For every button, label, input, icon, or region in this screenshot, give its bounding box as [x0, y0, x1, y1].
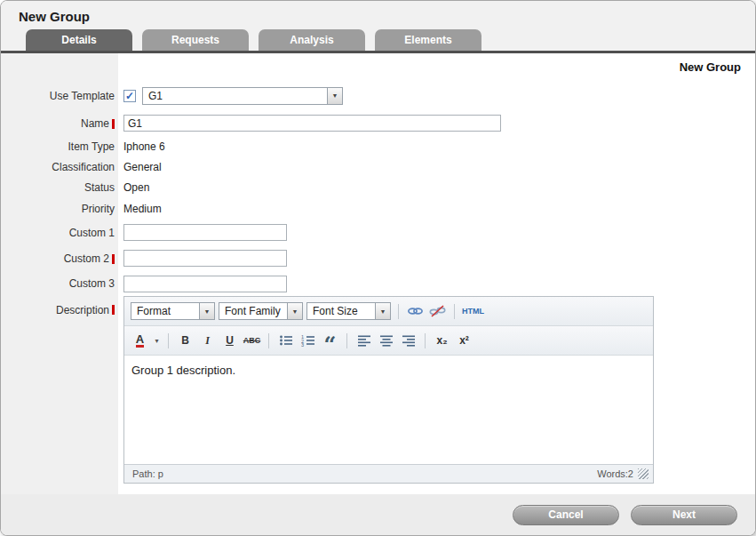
- editor-toolbar-row2: A ▾ B I U ABC: [124, 326, 653, 356]
- font-color-icon: A: [136, 333, 144, 348]
- toolbar-separator: [454, 304, 455, 319]
- new-group-window: New Group Details Requests Analysis Elem…: [0, 0, 756, 536]
- use-template-label: Use Template: [50, 90, 115, 102]
- name-label: Name: [81, 117, 109, 130]
- custom1-label: Custom 1: [69, 227, 115, 239]
- tab-bar: Details Requests Analysis Elements: [1, 29, 755, 53]
- use-template-checkbox[interactable]: ✓: [123, 90, 136, 102]
- dropdown-arrow-icon: ▼: [287, 303, 302, 319]
- format-select-value: Format: [131, 303, 199, 319]
- priority-label: Priority: [82, 203, 115, 215]
- custom3-label: Custom 3: [69, 277, 115, 290]
- tab-requests[interactable]: Requests: [142, 29, 249, 51]
- align-left-icon: [357, 334, 371, 347]
- priority-value: Medium: [123, 203, 162, 215]
- custom1-input[interactable]: [123, 224, 287, 241]
- font-family-select-value: Font Family: [219, 303, 287, 319]
- form-row-item-type: Item Type Iphone 6: [1, 136, 755, 156]
- html-source-button[interactable]: HTML: [462, 302, 484, 321]
- unordered-list-button[interactable]: [276, 332, 295, 350]
- toolbar-separator: [425, 333, 426, 348]
- checkbox-check-icon: ✓: [125, 90, 134, 102]
- status-label: Status: [84, 181, 115, 194]
- required-marker: [112, 254, 115, 264]
- editor-status-bar: Path: p Words:2: [124, 464, 653, 483]
- editor-path: Path: p: [132, 468, 163, 479]
- next-button[interactable]: Next: [631, 505, 737, 525]
- align-center-button[interactable]: [377, 332, 395, 350]
- toolbar-separator: [268, 333, 269, 348]
- toolbar-separator: [398, 304, 399, 319]
- align-center-icon: [379, 334, 394, 347]
- custom2-input[interactable]: [123, 250, 287, 267]
- unlink-icon: [429, 305, 446, 317]
- tab-analysis[interactable]: Analysis: [259, 29, 365, 51]
- footer-bar: Cancel Next: [1, 494, 755, 535]
- font-family-select[interactable]: Font Family ▼: [219, 302, 303, 320]
- font-color-dropdown-arrow-icon[interactable]: ▾: [153, 332, 161, 350]
- unlink-button[interactable]: [428, 302, 447, 321]
- form-row-use-template: Use Template ✓ G1 ▼: [1, 81, 755, 110]
- dropdown-arrow-icon: ▼: [327, 88, 342, 104]
- group-form: Use Template ✓ G1 ▼ Name: [1, 81, 755, 484]
- classification-label: Classification: [52, 161, 115, 173]
- template-select[interactable]: G1 ▼: [142, 87, 343, 105]
- ordered-list-button[interactable]: 1 2 3: [298, 332, 317, 350]
- description-label: Description: [56, 304, 109, 316]
- template-select-value: G1: [143, 88, 327, 104]
- description-editor: Format ▼ Font Family ▼ Font Size ▼: [123, 296, 654, 484]
- toolbar-separator: [168, 333, 169, 348]
- superscript-button[interactable]: x²: [455, 332, 473, 350]
- ordered-list-icon: 1 2 3: [301, 334, 315, 347]
- form-row-priority: Priority Medium: [1, 197, 755, 220]
- form-row-custom2: Custom 2: [1, 245, 755, 271]
- editor-content-area[interactable]: Group 1 description.: [124, 356, 653, 464]
- align-right-icon: [402, 334, 416, 347]
- strikethrough-button[interactable]: ABC: [243, 332, 261, 350]
- classification-value: General: [123, 161, 162, 173]
- page-title: New Group: [19, 9, 755, 24]
- italic-button[interactable]: I: [198, 332, 217, 350]
- name-input[interactable]: [123, 115, 501, 132]
- editor-toolbar-row1: Format ▼ Font Family ▼ Font Size ▼: [124, 297, 653, 326]
- unordered-list-icon: [279, 334, 293, 347]
- form-row-name: Name: [1, 110, 755, 136]
- editor-word-count: Words:2: [597, 468, 633, 479]
- form-panel: New Group Use Template ✓ G1 ▼ Name: [1, 53, 755, 494]
- item-type-value: Iphone 6: [123, 140, 165, 153]
- editor-paragraph: Group 1 description.: [131, 364, 646, 377]
- required-marker: [112, 305, 115, 315]
- title-bar: New Group: [1, 1, 755, 29]
- cancel-button[interactable]: Cancel: [513, 505, 619, 525]
- underline-button[interactable]: U: [220, 332, 239, 350]
- form-row-classification: Classification General: [1, 156, 755, 177]
- form-row-status: Status Open: [1, 177, 755, 197]
- subscript-button[interactable]: x₂: [433, 332, 451, 350]
- format-select[interactable]: Format ▼: [131, 302, 215, 320]
- form-row-custom1: Custom 1: [1, 220, 755, 245]
- blockquote-button[interactable]: “: [321, 332, 339, 350]
- dropdown-arrow-icon: ▼: [199, 303, 214, 319]
- custom3-input[interactable]: [123, 276, 287, 292]
- tab-details[interactable]: Details: [26, 29, 132, 51]
- insert-link-button[interactable]: [406, 302, 425, 321]
- status-value: Open: [123, 181, 149, 194]
- font-size-select[interactable]: Font Size ▼: [306, 302, 391, 320]
- link-icon: [407, 305, 424, 317]
- resize-grip-icon[interactable]: [638, 468, 649, 479]
- required-marker: [112, 119, 115, 129]
- form-row-description: Description Format ▼ Font Family ▼: [1, 296, 755, 484]
- toolbar-separator: [346, 333, 347, 348]
- tab-elements[interactable]: Elements: [375, 29, 481, 51]
- custom2-label: Custom 2: [64, 252, 109, 265]
- font-color-button[interactable]: A: [131, 332, 149, 350]
- bold-button[interactable]: B: [176, 332, 195, 350]
- form-row-custom3: Custom 3: [1, 271, 755, 296]
- dropdown-arrow-icon: ▼: [375, 303, 390, 319]
- svg-text:3: 3: [301, 342, 304, 347]
- section-title: New Group: [1, 60, 755, 74]
- align-right-button[interactable]: [399, 332, 418, 350]
- item-type-label: Item Type: [68, 140, 115, 153]
- font-size-select-value: Font Size: [307, 303, 375, 319]
- align-left-button[interactable]: [354, 332, 373, 350]
